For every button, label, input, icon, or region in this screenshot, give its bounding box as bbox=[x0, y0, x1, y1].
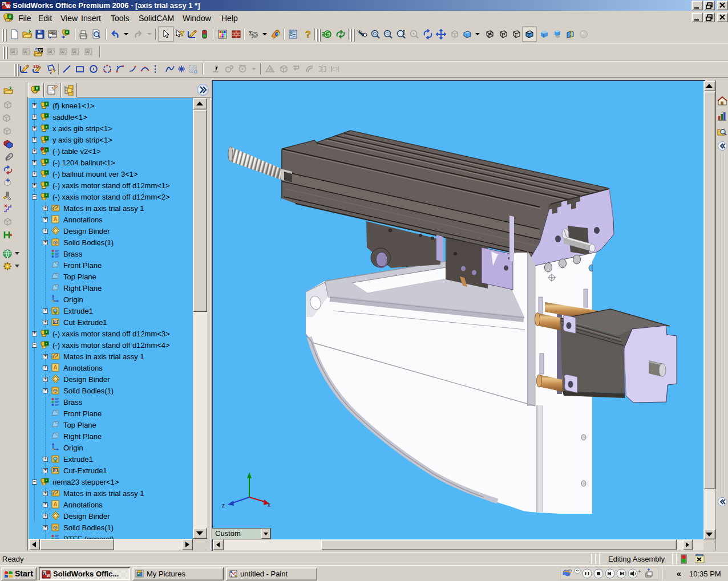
svg-text:S: S bbox=[2, 2, 6, 7]
svg-text:W: W bbox=[6, 4, 11, 9]
svg-text:S: S bbox=[43, 571, 46, 575]
svg-text:W: W bbox=[47, 574, 51, 578]
svg-text:z: z bbox=[222, 502, 225, 509]
svg-text:x: x bbox=[268, 502, 270, 508]
